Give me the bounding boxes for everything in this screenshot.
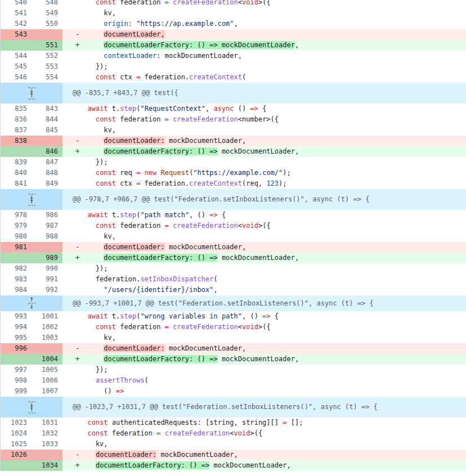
new-line-number[interactable]: 1007	[32, 386, 62, 397]
new-line-number[interactable]: 1033	[32, 439, 62, 450]
new-line-number[interactable]: 1001	[32, 311, 62, 322]
new-line-number[interactable]: 843	[32, 104, 62, 114]
code-cell: kv,	[62, 231, 466, 242]
new-line-number[interactable]: 987	[32, 221, 62, 231]
old-line-number[interactable]: 543	[1, 29, 32, 40]
code-cell: + documentLoaderFactory: () => mockDocum…	[62, 40, 466, 51]
old-line-number[interactable]: 546	[1, 72, 32, 83]
old-line-number[interactable]: 979	[1, 221, 32, 231]
new-line-number[interactable]: 991	[32, 274, 62, 285]
code-cell: const authenticatedRequests: [string, st…	[62, 417, 466, 428]
code-line: await t.step("path match", () => {	[79, 210, 466, 221]
old-line-number[interactable]: 980	[1, 231, 32, 242]
expand-up-button[interactable]: ↑	[28, 200, 35, 206]
old-line-number[interactable]: 542	[1, 19, 32, 29]
old-line-number[interactable]: 996	[1, 343, 32, 354]
expand-buttons[interactable]: ↑↓	[1, 295, 62, 311]
new-line-number[interactable]	[32, 136, 62, 146]
old-line-number[interactable]: 540	[1, 0, 32, 8]
expand-up-button[interactable]: ↑	[28, 93, 35, 100]
new-line-number[interactable]: 1032	[32, 428, 62, 439]
new-line-number[interactable]: 549	[32, 8, 62, 19]
old-line-number[interactable]: 545	[1, 61, 32, 72]
new-line-number[interactable]: 992	[32, 285, 62, 295]
old-line-number[interactable]	[1, 40, 32, 51]
new-line-number[interactable]: 1003	[32, 333, 62, 343]
new-line-number[interactable]	[32, 29, 62, 40]
old-line-number[interactable]: 1024	[1, 428, 32, 439]
new-line-number[interactable]: 848	[32, 168, 62, 178]
new-line-number[interactable]: 550	[32, 19, 62, 29]
old-line-number[interactable]: 541	[1, 8, 32, 19]
new-line-number[interactable]: 990	[32, 263, 62, 274]
old-line-number[interactable]: 836	[1, 114, 32, 125]
code-cell: const federation = createFederation<void…	[62, 428, 466, 439]
old-line-number[interactable]: 981	[1, 242, 32, 253]
new-line-number[interactable]: 1006	[32, 375, 62, 386]
diff-row: 551+ documentLoaderFactory: () => mockDo…	[1, 40, 466, 51]
hunk-header-row: ↑↓@@ -993,7 +1001,7 @@ test("Federation.…	[1, 295, 466, 311]
new-line-number[interactable]: 551	[32, 40, 62, 51]
code-cell: await t.step("path match", () => {	[62, 210, 466, 221]
old-line-number[interactable]: 839	[1, 157, 32, 168]
expand-buttons[interactable]: ↓↑	[1, 189, 62, 210]
old-line-number[interactable]: 1026	[1, 450, 32, 460]
old-line-number[interactable]: 978	[1, 210, 32, 221]
code-cell: });	[62, 157, 466, 168]
new-line-number[interactable]: 845	[32, 125, 62, 136]
old-line-number[interactable]: 838	[1, 136, 32, 146]
new-line-number[interactable]: 988	[32, 231, 62, 242]
new-line-number[interactable]: 1031	[32, 417, 62, 428]
new-line-number[interactable]: 548	[32, 0, 62, 8]
old-line-number[interactable]	[1, 253, 32, 263]
diff-marker: -	[75, 29, 79, 40]
old-line-number[interactable]: 983	[1, 274, 32, 285]
new-line-number[interactable]: 1005	[32, 365, 62, 375]
diff-row: 984992 "/users/{identifier}/inbox",	[1, 285, 466, 295]
old-line-number[interactable]: 841	[1, 178, 32, 189]
expand-buttons[interactable]: ↓↑	[1, 83, 62, 104]
new-line-number[interactable]: 989	[32, 253, 62, 263]
new-line-number[interactable]	[32, 343, 62, 354]
new-line-number[interactable]: 1004	[32, 354, 62, 365]
new-line-number[interactable]: 553	[32, 61, 62, 72]
new-line-number[interactable]: 554	[32, 72, 62, 83]
old-line-number[interactable]: 997	[1, 365, 32, 375]
old-line-number[interactable]: 998	[1, 375, 32, 386]
code-line: contextLoader: mockDocumentLoader,	[79, 51, 466, 61]
old-line-number[interactable]: 993	[1, 311, 32, 322]
old-line-number[interactable]	[1, 354, 32, 365]
diff-row: 1004+ documentLoaderFactory: () => mockD…	[1, 354, 466, 365]
old-line-number[interactable]: 982	[1, 263, 32, 274]
old-line-number[interactable]: 995	[1, 333, 32, 343]
new-line-number[interactable]: 1034	[32, 460, 62, 471]
new-line-number[interactable]: 986	[32, 210, 62, 221]
expand-all-button[interactable]: ↑↓	[28, 298, 35, 309]
diff-row: 841849 const ctx = federation.createCont…	[1, 178, 466, 189]
old-line-number[interactable]: 984	[1, 285, 32, 295]
expand-up-icon: ↑	[29, 200, 34, 204]
expand-up-button[interactable]: ↑	[28, 407, 35, 414]
old-line-number[interactable]: 835	[1, 104, 32, 114]
new-line-number[interactable]: 552	[32, 51, 62, 61]
new-line-number[interactable]: 844	[32, 114, 62, 125]
old-line-number[interactable]: 840	[1, 168, 32, 178]
new-line-number[interactable]: 847	[32, 157, 62, 168]
old-line-number[interactable]: 1025	[1, 439, 32, 450]
code-line: const federation = createFederation<void…	[79, 428, 466, 439]
old-line-number[interactable]: 544	[1, 51, 32, 61]
new-line-number[interactable]	[32, 242, 62, 253]
new-line-number[interactable]: 846	[32, 146, 62, 157]
code-cell: assertThrows(	[62, 375, 466, 386]
hunk-header-row: ↓↑@@ -978,7 +986,7 @@ test("Federation.s…	[1, 189, 466, 210]
expand-buttons[interactable]: ↓↑	[1, 397, 62, 417]
old-line-number[interactable]: 999	[1, 386, 32, 397]
old-line-number[interactable]	[1, 146, 32, 157]
new-line-number[interactable]: 849	[32, 178, 62, 189]
old-line-number[interactable]	[1, 460, 32, 471]
new-line-number[interactable]	[32, 450, 62, 460]
new-line-number[interactable]: 1002	[32, 322, 62, 333]
old-line-number[interactable]: 994	[1, 322, 32, 333]
old-line-number[interactable]: 1023	[1, 417, 32, 428]
old-line-number[interactable]: 837	[1, 125, 32, 136]
